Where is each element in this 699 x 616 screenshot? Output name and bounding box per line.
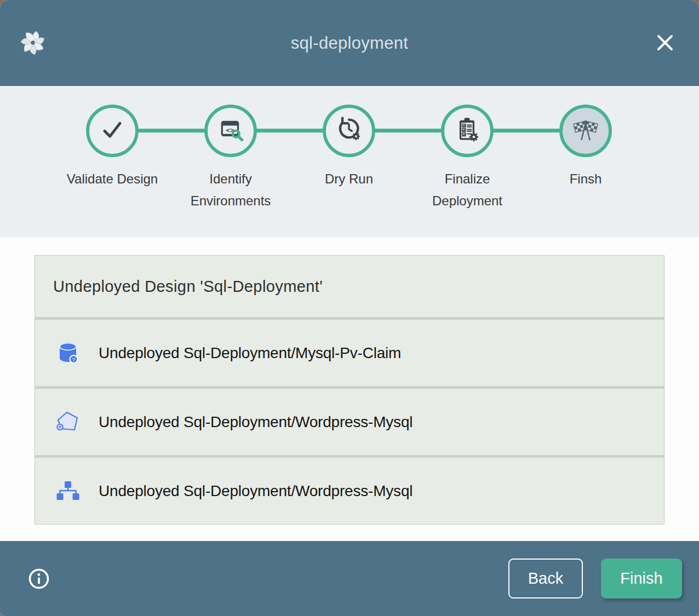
step-circle [323,105,375,157]
svg-text:?: ? [72,356,75,362]
checkered-flags-icon [571,115,600,147]
step-label: Validate Design [67,168,158,190]
orgchart-icon [55,478,81,504]
step-validate-design[interactable]: Validate Design [53,86,171,212]
wizard-stepper: Validate Design <> [0,86,699,237]
code-wrench-icon: <> [216,116,245,146]
step-circle [86,105,139,157]
dialog-titlebar: sql-deployment [0,0,699,86]
history-gear-icon [335,116,363,146]
dialog-title: sql-deployment [0,33,699,53]
pentagon-badge-icon [55,409,81,435]
info-icon[interactable] [27,567,50,590]
list-item: Undeployed Design 'Sql-Deployment' [35,256,664,317]
step-label: Finsh [570,168,602,190]
step-finish[interactable]: Finsh [526,86,645,212]
design-status-text: Undeployed Design 'Sql-Deployment' [53,278,323,296]
finish-button[interactable]: Finish [601,559,682,598]
undeployed-items-list: Undeployed Design 'Sql-Deployment' ? Und… [35,255,664,525]
deployment-wizard-dialog: sql-deployment Validate Design [0,0,699,616]
step-circle: <> [204,105,257,157]
checklist-gear-icon [453,116,482,146]
check-icon [98,116,127,146]
step-circle [441,105,494,157]
wizard-body: Undeployed Design 'Sql-Deployment' ? Und… [0,237,699,541]
undeployed-item-text: Undeployed Sql-Deployment/Wordpress-Mysq… [99,413,412,431]
dialog-footer: Back Finish [0,541,699,616]
database-question-icon: ? [55,340,81,366]
list-item: ? Undeployed Sql-Deployment/Mysql-Pv-Cla… [35,320,664,386]
step-identify-environments[interactable]: <> Identify Environments [171,86,290,212]
back-button[interactable]: Back [508,559,583,598]
list-item: Undeployed Sql-Deployment/Wordpress-Mysq… [35,389,664,455]
undeployed-item-text: Undeployed Sql-Deployment/Wordpress-Mysq… [99,482,412,500]
step-label: Dry Run [325,168,373,190]
step-label: Identify Environments [173,168,288,212]
close-icon[interactable] [654,32,676,54]
step-label: Finalize Deployment [410,168,525,212]
list-item: Undeployed Sql-Deployment/Wordpress-Mysq… [35,458,664,524]
step-dry-run[interactable]: Dry Run [290,86,408,212]
undeployed-item-text: Undeployed Sql-Deployment/Mysql-Pv-Claim [99,344,401,362]
step-circle [559,105,612,157]
step-finalize-deployment[interactable]: Finalize Deployment [408,86,526,212]
